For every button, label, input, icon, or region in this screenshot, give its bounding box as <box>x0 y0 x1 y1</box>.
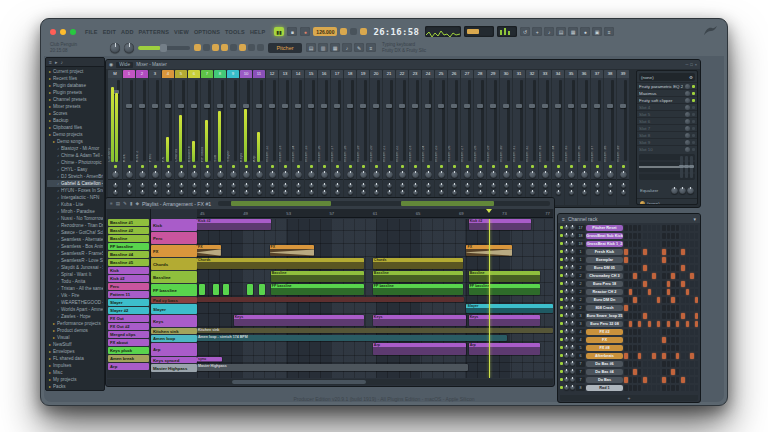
pan-knob[interactable] <box>409 169 421 179</box>
channel-row[interactable]: 8Rad 1 <box>560 384 698 391</box>
clip-pat[interactable]: Kick #2 <box>197 219 271 230</box>
step-cell[interactable] <box>676 241 680 247</box>
step-cell[interactable] <box>690 297 694 303</box>
mixer-fader-handle[interactable] <box>178 104 184 108</box>
channel-row[interactable]: 2Euro DM Dn <box>560 296 698 303</box>
step-cell[interactable] <box>638 233 642 239</box>
pan-knob[interactable] <box>383 169 395 179</box>
step-cell[interactable] <box>667 353 671 359</box>
mixer-fader-handle[interactable] <box>425 104 431 108</box>
fx-enable-led[interactable] <box>692 120 695 123</box>
playlist-tool-icon-0[interactable]: ≡ <box>110 201 113 206</box>
eq-knob[interactable] <box>556 190 561 195</box>
mixer-fader-handle[interactable] <box>555 104 561 108</box>
menu-item-help[interactable]: HELP <box>250 29 265 35</box>
step-cell[interactable] <box>638 313 642 319</box>
fx-enable-led[interactable] <box>692 113 695 116</box>
mixer-fader[interactable] <box>520 80 523 161</box>
step-cell[interactable] <box>648 313 652 319</box>
channel-pan-knob[interactable] <box>564 281 569 286</box>
step-cell[interactable] <box>643 257 647 263</box>
mixer-fader[interactable] <box>507 80 510 161</box>
step-cell[interactable] <box>629 361 633 367</box>
step-cell[interactable] <box>676 257 680 263</box>
channel-volume-knob[interactable] <box>570 257 575 262</box>
channel-row[interactable]: 4FX <box>560 336 698 343</box>
step-cell[interactable] <box>662 361 666 367</box>
mixer-strip-17[interactable]: 17Insert 17 <box>331 70 343 205</box>
stereo-knob[interactable] <box>582 183 587 188</box>
step-cell[interactable] <box>633 281 637 287</box>
step-cell[interactable] <box>690 321 694 327</box>
step-cell[interactable] <box>690 249 694 255</box>
step-cell[interactable] <box>648 361 652 367</box>
chevron-down-icon[interactable]: ▾ <box>693 216 696 222</box>
track-header-amen-loop[interactable]: Amen loop <box>151 335 197 342</box>
eq-knob[interactable] <box>387 190 392 195</box>
step-cell[interactable] <box>648 241 652 247</box>
channel-name-button[interactable]: Do Bas #4 <box>586 369 623 375</box>
picker-item[interactable]: Bassline <box>108 235 149 242</box>
eq-knob[interactable] <box>166 190 171 195</box>
step-cell[interactable] <box>676 249 680 255</box>
pan-knob[interactable] <box>474 169 486 179</box>
channel-pan-knob[interactable] <box>564 265 569 270</box>
stereo-knob[interactable] <box>413 183 418 188</box>
browser-item[interactable]: ▸Impulses <box>47 362 103 369</box>
step-cell[interactable] <box>695 265 699 271</box>
step-cell[interactable] <box>681 361 685 367</box>
mixer-strip-13[interactable]: 13Insert 13 <box>279 70 291 205</box>
clip-mini[interactable] <box>247 284 253 295</box>
step-cell[interactable] <box>638 377 642 383</box>
step-cell[interactable] <box>671 297 675 303</box>
step-cell[interactable] <box>676 297 680 303</box>
pattern-minimap[interactable] <box>464 26 494 37</box>
browser-item[interactable]: ♪HYUN - Foxes In Snow <box>47 187 103 194</box>
channel-row[interactable]: 2Euro Perc 18 <box>560 280 698 287</box>
step-cell[interactable] <box>633 289 637 295</box>
clip-pat[interactable]: Slayer <box>466 304 553 313</box>
browser-item[interactable]: ▸Recent files <box>47 75 103 82</box>
mixer-fader[interactable] <box>416 80 419 161</box>
mixer-fader[interactable] <box>403 80 406 161</box>
browser-item[interactable]: ▸Plugin database <box>47 82 103 89</box>
step-cell[interactable] <box>624 249 628 255</box>
step-cell[interactable] <box>624 305 628 311</box>
step-cell[interactable] <box>667 257 671 263</box>
mixer-fader-handle[interactable] <box>477 104 483 108</box>
step-cell[interactable] <box>633 361 637 367</box>
mixer-fader-handle[interactable] <box>516 104 522 108</box>
step-cell[interactable] <box>667 377 671 383</box>
step-cell[interactable] <box>643 377 647 383</box>
clip-mini[interactable] <box>213 284 219 295</box>
step-cell[interactable] <box>690 329 694 335</box>
step-cell[interactable] <box>638 369 642 375</box>
mixer-strip-7[interactable]: 7FP bass <box>201 70 213 205</box>
step-cell[interactable] <box>629 281 633 287</box>
step-cell[interactable] <box>652 321 656 327</box>
eq-knob[interactable] <box>608 190 613 195</box>
channel-enable-led[interactable] <box>560 290 563 293</box>
step-cell[interactable] <box>667 345 671 351</box>
mixer-strip-35[interactable]: 35Insert 35 <box>565 70 577 205</box>
step-cell[interactable] <box>633 345 637 351</box>
browser-toolbar-icon-1[interactable]: ▸ <box>55 59 58 65</box>
menu-item-add[interactable]: ADD <box>121 29 134 35</box>
step-cell[interactable] <box>648 305 652 311</box>
step-cell[interactable] <box>676 329 680 335</box>
channel-row[interactable]: 3Euro Perc 32 08 <box>560 320 698 327</box>
mixer-fader-handle[interactable] <box>438 104 444 108</box>
eq-knob[interactable] <box>543 190 548 195</box>
stereo-knob[interactable] <box>595 183 600 188</box>
clip-pat[interactable]: Chords <box>373 258 463 269</box>
track-lane[interactable]: Kick #2Kick #2 <box>197 219 553 231</box>
titlebar-icon-0[interactable]: ↺ <box>520 27 530 36</box>
eq-knob[interactable] <box>231 190 236 195</box>
menu-item-view[interactable]: VIEW <box>174 29 189 35</box>
mixer-strip-37[interactable]: 37Insert 37 <box>591 70 603 205</box>
step-cell[interactable] <box>638 353 642 359</box>
channel-name-button[interactable]: FX <box>586 337 623 343</box>
mixer-fader[interactable] <box>624 80 627 161</box>
track-lane[interactable]: KeysKeysKeys <box>197 315 553 327</box>
channel-name-button[interactable]: Euro Snare_loop 35 <box>586 313 623 319</box>
